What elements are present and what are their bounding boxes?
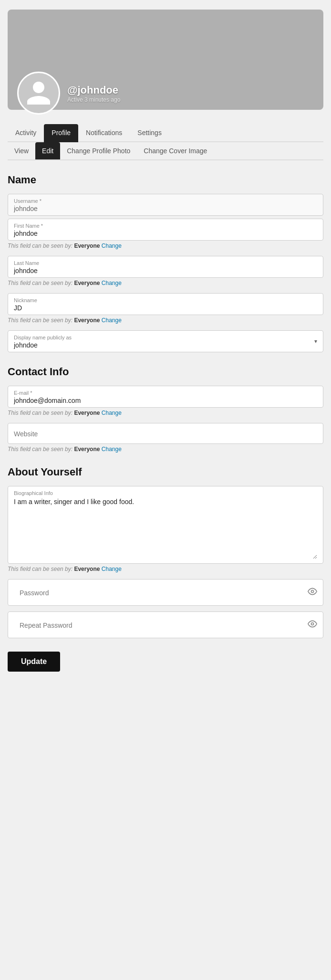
svg-point-1 [311,623,314,625]
first-name-label: First Name * [14,223,317,229]
nickname-label: Nickname [14,297,317,303]
tab-activity[interactable]: Activity [8,124,44,142]
username-input[interactable] [14,205,317,212]
tab-change-photo[interactable]: Change Profile Photo [60,142,137,159]
primary-tabs: Activity Profile Notifications Settings [8,124,323,142]
display-name-select[interactable]: johndoe [14,341,317,349]
username-field-group: Username * [8,194,323,216]
about-section-title: About Yourself [8,466,323,478]
contact-section-title: Contact Info [8,366,323,378]
password-toggle-icon[interactable] [308,587,317,598]
avatar [17,72,60,115]
password-field-wrapper [8,579,323,606]
last-name-visibility: This field can be seen by: Everyone Chan… [8,280,323,286]
password-input[interactable] [14,583,317,602]
nickname-input[interactable] [14,304,317,312]
last-name-change-link[interactable]: Change [102,280,122,286]
website-field-group: This field can be seen by: Everyone Chan… [8,423,323,453]
update-button[interactable]: Update [8,652,60,672]
website-change-link[interactable]: Change [102,446,122,453]
email-field-group: E-mail * This field can be seen by: Ever… [8,386,323,416]
repeat-password-input[interactable] [14,616,317,635]
last-name-field-wrapper: Last Name [8,256,323,278]
bio-textarea[interactable]: I am a writer, singer and I like good fo… [14,497,317,559]
username-label: Username * [14,198,317,204]
nickname-change-link[interactable]: Change [102,317,122,324]
last-name-input[interactable] [14,267,317,274]
display-name-field-wrapper: Display name publicly as johndoe ▾ [8,330,323,352]
tab-change-cover[interactable]: Change Cover Image [137,142,214,159]
last-name-label: Last Name [14,260,317,266]
bio-label: Biographical Info [14,490,317,496]
password-field-group [8,579,323,606]
nickname-field-group: Nickname This field can be seen by: Ever… [8,293,323,324]
tab-profile[interactable]: Profile [44,124,78,142]
profile-active-status: Active 3 minutes ago [67,96,120,103]
website-field-wrapper [8,423,323,444]
first-name-change-link[interactable]: Change [102,242,122,249]
email-input[interactable] [14,397,317,404]
username-field-wrapper: Username * [8,194,323,216]
last-name-field-group: Last Name This field can be seen by: Eve… [8,256,323,286]
nickname-field-wrapper: Nickname [8,293,323,315]
tab-edit[interactable]: Edit [35,142,60,159]
first-name-visibility: This field can be seen by: Everyone Chan… [8,242,323,249]
tab-view[interactable]: View [8,142,35,159]
nickname-visibility: This field can be seen by: Everyone Chan… [8,317,323,324]
repeat-password-field-group [8,611,323,638]
display-name-field-group: Display name publicly as johndoe ▾ [8,330,323,352]
bio-change-link[interactable]: Change [102,566,122,572]
svg-point-0 [311,590,314,593]
bio-field-wrapper: Biographical Info I am a writer, singer … [8,486,323,564]
repeat-password-field-wrapper [8,611,323,638]
display-name-label: Display name publicly as [14,335,317,340]
first-name-input[interactable] [14,230,317,237]
profile-username: @johndoe [67,84,120,96]
first-name-field-wrapper: First Name * [8,219,323,241]
tab-settings[interactable]: Settings [130,124,169,142]
website-visibility: This field can be seen by: Everyone Chan… [8,446,323,453]
tab-notifications[interactable]: Notifications [78,124,130,142]
avatar-icon [24,79,53,107]
name-section-title: Name [8,174,323,186]
email-visibility: This field can be seen by: Everyone Chan… [8,410,323,416]
email-change-link[interactable]: Change [102,410,122,416]
bio-visibility: This field can be seen by: Everyone Chan… [8,566,323,572]
profile-info: @johndoe Active 3 minutes ago [67,84,120,103]
email-field-wrapper: E-mail * [8,386,323,408]
bio-field-group: Biographical Info I am a writer, singer … [8,486,323,572]
website-input[interactable] [14,427,317,441]
secondary-tabs: View Edit Change Profile Photo Change Co… [8,142,323,160]
cover-image: @johndoe Active 3 minutes ago [8,10,323,110]
first-name-field-group: First Name * This field can be seen by: … [8,219,323,249]
email-label: E-mail * [14,390,317,396]
repeat-password-toggle-icon[interactable] [308,619,317,631]
